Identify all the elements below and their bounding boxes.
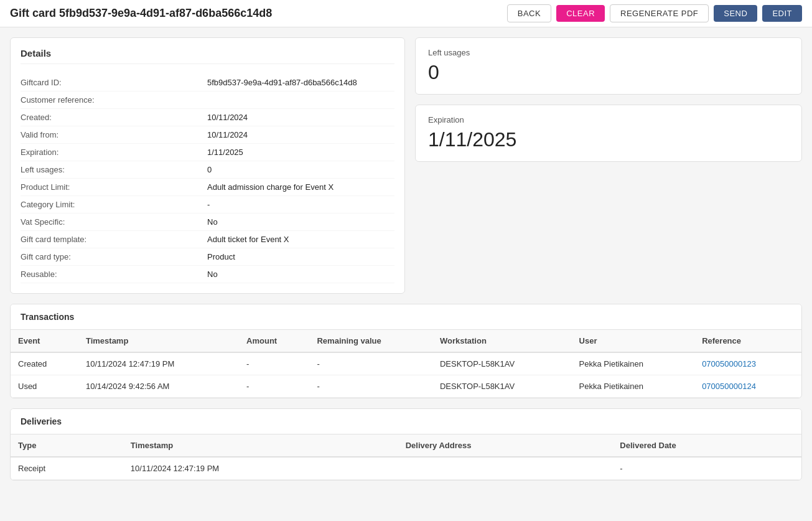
table-cell-reference: 070050000123: [694, 352, 801, 375]
detail-row: Expiration:1/11/2025: [21, 144, 394, 161]
transactions-col-header: User: [572, 330, 695, 352]
detail-label: Product Limit:: [21, 182, 207, 192]
detail-label: Customer reference:: [21, 95, 207, 105]
transactions-col-header: Reference: [694, 330, 801, 352]
detail-value: [207, 95, 394, 105]
detail-value: Adult admission charge for Event X: [207, 182, 394, 192]
deliveries-thead: TypeTimestampDelivery AddressDelivered D…: [11, 434, 801, 457]
transactions-tbody: Created10/11/2024 12:47:19 PM--DESKTOP-L…: [11, 352, 801, 398]
back-button[interactable]: BACK: [507, 4, 551, 22]
table-cell: 10/11/2024 12:47:19 PM: [123, 457, 398, 480]
transactions-col-header: Event: [11, 330, 78, 352]
reference-link[interactable]: 070050000123: [702, 359, 756, 368]
detail-value: 10/11/2024: [207, 113, 394, 122]
table-cell: Receipt: [11, 457, 123, 480]
send-button[interactable]: SEND: [714, 5, 757, 22]
deliveries-card: Deliveries TypeTimestampDelivery Address…: [10, 408, 802, 481]
detail-label: Valid from:: [21, 130, 207, 139]
deliveries-col-header: Timestamp: [123, 434, 398, 457]
detail-row: Category Limit:-: [21, 196, 394, 214]
table-row: Used10/14/2024 9:42:56 AM--DESKTOP-L58K1…: [11, 375, 801, 398]
transactions-col-header: Workstation: [432, 330, 572, 352]
detail-row: Vat Specific:No: [21, 214, 394, 231]
detail-label: Expiration:: [21, 148, 207, 157]
detail-row: Gift card type:Product: [21, 248, 394, 266]
transactions-table: EventTimestampAmountRemaining valueWorks…: [11, 330, 801, 398]
transactions-title: Transactions: [11, 304, 801, 330]
table-cell: -: [612, 457, 801, 480]
table-cell: -: [239, 375, 309, 398]
table-cell: -: [239, 352, 309, 375]
deliveries-title: Deliveries: [11, 409, 801, 434]
details-title: Details: [21, 48, 394, 64]
detail-row: Valid from:10/11/2024: [21, 126, 394, 144]
detail-value: 5fb9d537-9e9a-4d91-af87-d6ba566c14d8: [207, 78, 394, 87]
edit-button[interactable]: EDIT: [762, 5, 802, 22]
detail-value: 1/11/2025: [207, 148, 394, 157]
table-cell: -: [309, 352, 432, 375]
deliveries-header-row: TypeTimestampDelivery AddressDelivered D…: [11, 434, 801, 457]
table-cell: -: [309, 375, 432, 398]
detail-value: No: [207, 217, 394, 227]
deliveries-col-header: Delivered Date: [612, 434, 801, 457]
deliveries-col-header: Delivery Address: [398, 434, 613, 457]
header-buttons: BACK CLEAR REGENERATE PDF SEND EDIT: [507, 4, 802, 22]
detail-label: Gift card type:: [21, 252, 207, 261]
top-section: Details Giftcard ID:5fb9d537-9e9a-4d91-a…: [10, 37, 802, 294]
page-title: Gift card 5fb9d537-9e9a-4d91-af87-d6ba56…: [10, 7, 272, 20]
table-cell: DESKTOP-L58K1AV: [432, 352, 572, 375]
table-cell-reference: 070050000124: [694, 375, 801, 398]
table-cell: 10/14/2024 9:42:56 AM: [78, 375, 239, 398]
detail-label: Created:: [21, 113, 207, 122]
expiration-card: Expiration 1/11/2025: [415, 105, 802, 162]
regenerate-pdf-button[interactable]: REGENERATE PDF: [610, 4, 709, 22]
detail-label: Category Limit:: [21, 200, 207, 209]
table-cell: Pekka Pietikainen: [572, 352, 695, 375]
detail-value: No: [207, 270, 394, 279]
table-cell: 10/11/2024 12:47:19 PM: [78, 352, 239, 375]
table-cell: Pekka Pietikainen: [572, 375, 695, 398]
table-cell: [398, 457, 613, 480]
expiration-value: 1/11/2025: [428, 128, 789, 151]
detail-label: Giftcard ID:: [21, 78, 207, 87]
transactions-header-row: EventTimestampAmountRemaining valueWorks…: [11, 330, 801, 352]
deliveries-col-header: Type: [11, 434, 123, 457]
table-cell: Used: [11, 375, 78, 398]
details-card: Details Giftcard ID:5fb9d537-9e9a-4d91-a…: [10, 37, 405, 294]
detail-value: Adult ticket for Event X: [207, 235, 394, 244]
reference-link[interactable]: 070050000124: [702, 382, 756, 391]
transactions-col-header: Timestamp: [78, 330, 239, 352]
table-row: Created10/11/2024 12:47:19 PM--DESKTOP-L…: [11, 352, 801, 375]
detail-value: 10/11/2024: [207, 130, 394, 139]
details-rows: Giftcard ID:5fb9d537-9e9a-4d91-af87-d6ba…: [21, 74, 394, 283]
main-content: Details Giftcard ID:5fb9d537-9e9a-4d91-a…: [0, 27, 812, 500]
detail-row: Product Limit:Adult admission charge for…: [21, 179, 394, 196]
detail-label: Vat Specific:: [21, 217, 207, 227]
detail-value: 0: [207, 165, 394, 174]
left-usages-card: Left usages 0: [415, 37, 802, 95]
expiration-label: Expiration: [428, 115, 789, 124]
table-row: Receipt10/11/2024 12:47:19 PM-: [11, 457, 801, 480]
detail-row: Left usages:0: [21, 161, 394, 179]
table-cell: Created: [11, 352, 78, 375]
detail-label: Gift card template:: [21, 235, 207, 244]
left-usages-label: Left usages: [428, 48, 789, 57]
header: Gift card 5fb9d537-9e9a-4d91-af87-d6ba56…: [0, 0, 812, 27]
detail-row: Reusable:No: [21, 266, 394, 283]
left-usages-value: 0: [428, 61, 789, 84]
transactions-thead: EventTimestampAmountRemaining valueWorks…: [11, 330, 801, 352]
transactions-card: Transactions EventTimestampAmountRemaini…: [10, 304, 802, 398]
deliveries-tbody: Receipt10/11/2024 12:47:19 PM-: [11, 457, 801, 480]
detail-label: Left usages:: [21, 165, 207, 174]
transactions-col-header: Amount: [239, 330, 309, 352]
table-cell: DESKTOP-L58K1AV: [432, 375, 572, 398]
detail-row: Created:10/11/2024: [21, 109, 394, 126]
transactions-col-header: Remaining value: [309, 330, 432, 352]
detail-label: Reusable:: [21, 270, 207, 279]
stats-area: Left usages 0 Expiration 1/11/2025: [415, 37, 802, 294]
clear-button[interactable]: CLEAR: [556, 5, 605, 22]
deliveries-table: TypeTimestampDelivery AddressDelivered D…: [11, 434, 801, 480]
detail-value: -: [207, 200, 394, 209]
detail-row: Gift card template:Adult ticket for Even…: [21, 231, 394, 248]
detail-row: Giftcard ID:5fb9d537-9e9a-4d91-af87-d6ba…: [21, 74, 394, 92]
